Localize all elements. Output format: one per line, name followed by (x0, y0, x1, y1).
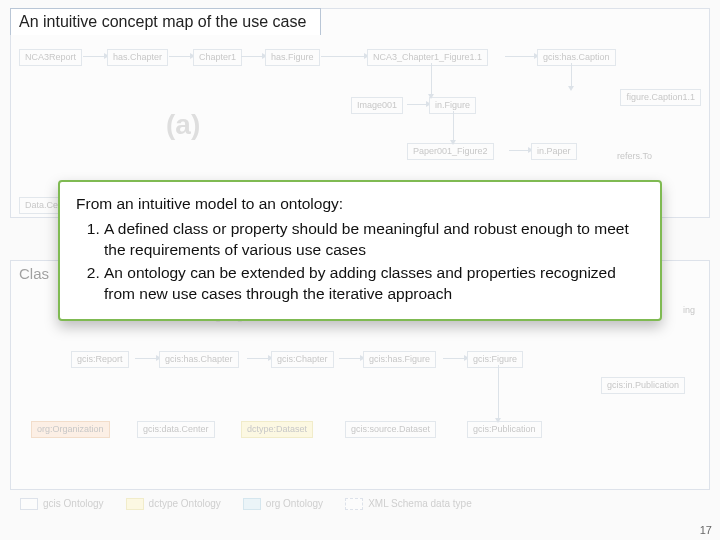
arrow (169, 56, 191, 57)
node-ing-partial: ing (683, 305, 695, 315)
arrow (431, 63, 432, 95)
node-gcis-publication: gcis:Publication (467, 421, 542, 438)
node-chapter1: Chapter1 (193, 49, 242, 66)
legend-item: org Ontology (266, 498, 323, 509)
arrow (443, 358, 465, 359)
callout-item-1: A defined class or property should be me… (104, 219, 644, 261)
panel-a-label: (a) (166, 109, 200, 141)
arrow (241, 56, 263, 57)
node-hascaption: gcis:has.Caption (537, 49, 616, 66)
node-gcis-figure: gcis:Figure (467, 351, 523, 368)
arrow (339, 358, 361, 359)
swatch-xml (345, 498, 363, 510)
node-gcis-inpub: gcis:in.Publication (601, 377, 685, 394)
callout-item-2: An ontology can be extended by adding cl… (104, 263, 644, 305)
arrow (498, 365, 499, 419)
arrow (135, 358, 157, 359)
node-image001: Image001 (351, 97, 403, 114)
legend-item: gcis Ontology (43, 498, 104, 509)
legend-item: XML Schema data type (368, 498, 472, 509)
arrow (505, 56, 535, 57)
legend-item: dctype Ontology (149, 498, 221, 509)
node-dctype-dataset: dctype:Dataset (241, 421, 313, 438)
legend: gcis Ontology dctype Ontology org Ontolo… (20, 494, 700, 514)
node-hasfigure: has.Figure (265, 49, 320, 66)
node-gcis-haschapter: gcis:has.Chapter (159, 351, 239, 368)
node-nca3-figure: NCA3_Chapter1_Figure1.1 (367, 49, 488, 66)
swatch-org (243, 498, 261, 510)
node-nca3report: NCA3Report (19, 49, 82, 66)
node-figure-caption: figure.Caption1.1 (620, 89, 701, 106)
node-paper-figure: Paper001_Figure2 (407, 143, 494, 160)
arrow (247, 358, 269, 359)
node-gcis-sourcedataset: gcis:source.Dataset (345, 421, 436, 438)
arrow (321, 56, 365, 57)
arrow (83, 56, 105, 57)
panel-a-title-sharp: An intuitive concept map of the use case (10, 8, 321, 35)
swatch-gcis (20, 498, 38, 510)
arrow (453, 111, 454, 141)
node-gcis-datacenter: gcis:data.Center (137, 421, 215, 438)
node-gcis-hasfigure: gcis:has.Figure (363, 351, 436, 368)
arrow (407, 104, 427, 105)
arrow (571, 63, 572, 87)
node-gcis-report: gcis:Report (71, 351, 129, 368)
node-refersto: refers.To (612, 149, 657, 164)
arrow (509, 150, 529, 151)
callout-box: From an intuitive model to an ontology: … (58, 180, 662, 321)
panel-b-title: Clas (10, 260, 64, 286)
node-org-organization: org:Organization (31, 421, 110, 438)
node-haschapter: has.Chapter (107, 49, 168, 66)
swatch-dctype (126, 498, 144, 510)
node-inpaper: in.Paper (531, 143, 577, 160)
node-gcis-chapter: gcis:Chapter (271, 351, 334, 368)
page-number: 17 (700, 524, 712, 536)
callout-heading: From an intuitive model to an ontology: (76, 194, 644, 215)
